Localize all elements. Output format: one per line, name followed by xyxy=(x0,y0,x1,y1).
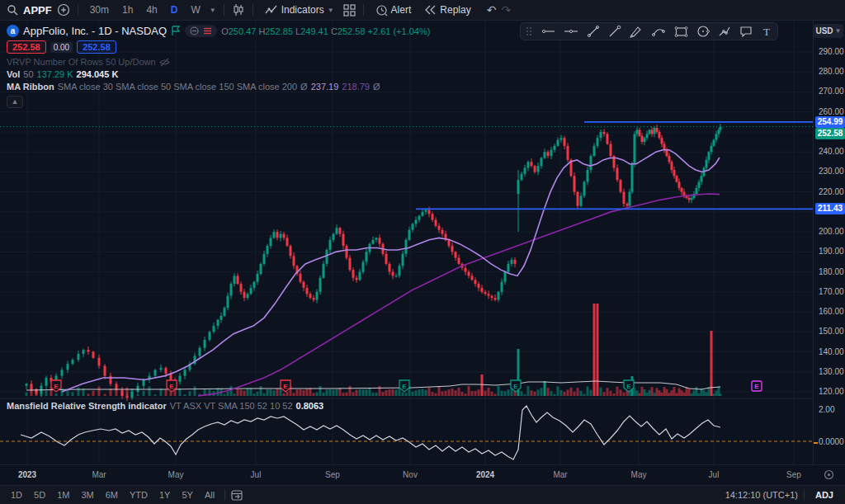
go-to-date-icon[interactable] xyxy=(231,489,243,501)
divider xyxy=(78,4,78,16)
chart-area[interactable]: EEEEEEE17 T USD▼ a AppFolio, Inc. - 1D -… xyxy=(0,21,845,464)
currency-button[interactable]: USD▼ xyxy=(814,24,843,38)
text-tool-icon[interactable]: T xyxy=(761,26,772,37)
compare-icon[interactable] xyxy=(57,3,70,16)
price-tick: 180.00 xyxy=(819,267,844,276)
trend-line-tool-icon[interactable] xyxy=(587,25,600,38)
drag-handle[interactable] xyxy=(526,26,532,36)
path-tool-icon[interactable] xyxy=(718,25,731,38)
mansfield-tick: 0.0000 xyxy=(819,437,844,446)
price-tick: 280.00 xyxy=(819,67,844,76)
indicator-row-mansfield[interactable]: Mansfield Relative Strength indicator VT… xyxy=(7,401,323,411)
redo-icon[interactable]: ↷ xyxy=(501,3,511,16)
range-1m[interactable]: 1M xyxy=(53,488,73,502)
top-toolbar: APPF 30m 1h 4h D W ▼ Indicators ▼ Alert … xyxy=(0,0,845,21)
svg-text:E: E xyxy=(513,383,518,390)
brush-tool-icon[interactable] xyxy=(630,25,644,38)
price-scale[interactable]: 290.00280.00270.00260.00250.00240.00230.… xyxy=(813,21,845,464)
svg-text:E: E xyxy=(754,383,759,390)
mansfield-tick: 2.00 xyxy=(819,405,834,414)
range-5y[interactable]: 5Y xyxy=(177,488,196,502)
indicator-row-volume[interactable]: Vol 50 137.29 K 294.045 K xyxy=(7,69,430,79)
range-ytd[interactable]: YTD xyxy=(125,488,152,502)
price-tick: 220.00 xyxy=(819,187,844,196)
chevron-down-icon: ▼ xyxy=(328,7,334,14)
timeframe-30m[interactable]: 30m xyxy=(86,2,113,17)
search-icon[interactable] xyxy=(7,4,18,16)
time-tick: 2024 xyxy=(476,470,494,479)
horizontal-line-tool-icon[interactable] xyxy=(541,26,555,37)
indicators-icon xyxy=(265,4,278,16)
range-1y[interactable]: 1Y xyxy=(155,488,174,502)
clock[interactable]: 14:12:10 (UTC+1) xyxy=(725,490,798,500)
indicator-row-vrvp[interactable]: VRVP Number Of Rows 50 Up/Down xyxy=(7,57,430,67)
adj-toggle[interactable]: ADJ xyxy=(810,490,838,500)
symbol-search-button[interactable]: APPF xyxy=(23,4,52,16)
divider xyxy=(224,4,224,16)
alert-button[interactable]: Alert xyxy=(371,2,416,18)
svg-text:E: E xyxy=(283,383,288,390)
collapse-legend-button[interactable]: ▲ xyxy=(7,96,23,108)
ma-slow-line[interactable] xyxy=(198,194,720,396)
price-tick: 230.00 xyxy=(819,167,844,176)
legend-quick-actions xyxy=(185,25,217,37)
rectangle-tool-icon[interactable] xyxy=(674,26,688,38)
indicators-button[interactable]: Indicators ▼ xyxy=(261,2,338,17)
bottom-toolbar: 1D 5D 1M 3M 6M YTD 1Y 5Y All 14:12:10 (U… xyxy=(0,485,845,504)
last-price-label: 252.58 xyxy=(815,128,845,139)
range-6m[interactable]: 6M xyxy=(101,488,122,502)
price-tick: 140.00 xyxy=(819,347,844,356)
flag-icon[interactable] xyxy=(171,26,181,36)
mansfield-pane xyxy=(0,406,813,459)
price-tick: 270.00 xyxy=(819,87,844,96)
time-tick: May xyxy=(168,470,184,479)
sell-button[interactable]: 252.58 xyxy=(7,40,46,54)
mansfield-line[interactable] xyxy=(21,406,720,459)
price-tick: 120.00 xyxy=(819,387,844,396)
symbol-title[interactable]: AppFolio, Inc. - 1D - NASDAQ xyxy=(23,25,167,37)
zero-tick-mark xyxy=(814,442,818,444)
divider xyxy=(363,4,364,16)
comment-tool-icon[interactable] xyxy=(739,26,753,38)
ohlc-values: O250.47 H252.85 L249.41 C252.58 +2.61 (+… xyxy=(221,26,430,36)
scroll-to-realtime-icon[interactable] xyxy=(824,469,834,480)
price-tick: 170.00 xyxy=(819,287,844,296)
timeframe-1h[interactable]: 1h xyxy=(118,2,137,17)
info-line-tool-icon[interactable] xyxy=(608,25,621,38)
timeframe-1w[interactable]: W xyxy=(186,2,204,17)
eye-off-icon[interactable] xyxy=(159,58,170,67)
timeframe-1d[interactable]: D xyxy=(167,2,182,17)
menu-icon[interactable] xyxy=(203,27,212,35)
divider xyxy=(253,4,253,16)
price-tick: 240.00 xyxy=(819,147,844,156)
time-tick: Sep xyxy=(786,470,801,479)
time-tick: May xyxy=(631,470,647,479)
chart-style-icon[interactable] xyxy=(232,3,245,16)
chart-legend: a AppFolio, Inc. - 1D - NASDAQ O250.47 H… xyxy=(7,25,430,94)
range-all[interactable]: All xyxy=(201,488,219,502)
time-tick: 2023 xyxy=(18,470,36,479)
horizontal-ray-tool-icon[interactable] xyxy=(564,26,578,37)
circle-tool-icon[interactable] xyxy=(696,25,710,38)
replay-button[interactable]: Replay xyxy=(420,2,474,17)
range-5d[interactable]: 5D xyxy=(30,488,50,502)
layout-grid-icon[interactable] xyxy=(343,4,356,16)
buy-button[interactable]: 252.58 xyxy=(77,40,116,54)
curve-tool-icon[interactable] xyxy=(652,25,666,38)
range-1d[interactable]: 1D xyxy=(7,488,26,502)
divider xyxy=(804,489,805,501)
time-axis[interactable]: 2023MarMayJulSepNov2024MarMayJulSep xyxy=(0,464,845,485)
timeframe-4h[interactable]: 4h xyxy=(142,2,161,17)
hide-icon[interactable] xyxy=(190,26,199,35)
price-tick: 130.00 xyxy=(819,367,844,376)
price-tick: 200.00 xyxy=(819,227,844,236)
price-tick: 190.00 xyxy=(819,247,844,256)
range-3m[interactable]: 3M xyxy=(77,488,97,502)
price-tick: 260.00 xyxy=(819,107,844,116)
indicator-row-ma-ribbon[interactable]: MA Ribbon SMA close 30 SMA close 50 SMA … xyxy=(7,82,430,92)
line-price-label: 211.43 xyxy=(815,203,845,214)
earnings-markers: EEEEEEE xyxy=(51,380,762,392)
undo-icon[interactable]: ↶ xyxy=(487,3,497,16)
divider xyxy=(224,489,225,501)
chevron-down-icon[interactable]: ▼ xyxy=(210,7,216,14)
